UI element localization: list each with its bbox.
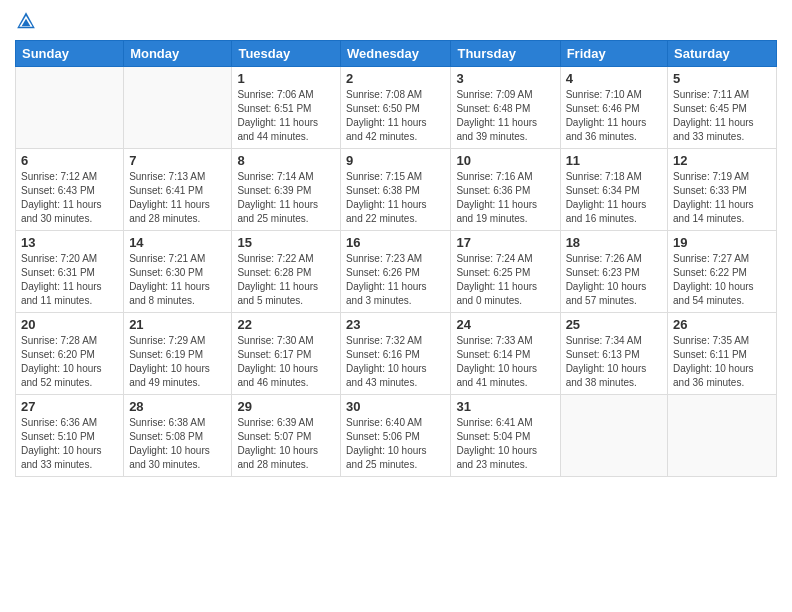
day-cell: 8Sunrise: 7:14 AMSunset: 6:39 PMDaylight… xyxy=(232,149,341,231)
day-number: 2 xyxy=(346,71,445,86)
day-number: 9 xyxy=(346,153,445,168)
day-number: 25 xyxy=(566,317,662,332)
day-info: Sunrise: 6:39 AMSunset: 5:07 PMDaylight:… xyxy=(237,416,335,472)
day-info: Sunrise: 7:11 AMSunset: 6:45 PMDaylight:… xyxy=(673,88,771,144)
day-info: Sunrise: 7:23 AMSunset: 6:26 PMDaylight:… xyxy=(346,252,445,308)
day-info: Sunrise: 7:06 AMSunset: 6:51 PMDaylight:… xyxy=(237,88,335,144)
weekday-header: Friday xyxy=(560,41,667,67)
day-cell: 20Sunrise: 7:28 AMSunset: 6:20 PMDayligh… xyxy=(16,313,124,395)
week-row: 27Sunrise: 6:36 AMSunset: 5:10 PMDayligh… xyxy=(16,395,777,477)
day-info: Sunrise: 7:27 AMSunset: 6:22 PMDaylight:… xyxy=(673,252,771,308)
day-number: 14 xyxy=(129,235,226,250)
day-info: Sunrise: 7:33 AMSunset: 6:14 PMDaylight:… xyxy=(456,334,554,390)
day-cell: 29Sunrise: 6:39 AMSunset: 5:07 PMDayligh… xyxy=(232,395,341,477)
day-number: 31 xyxy=(456,399,554,414)
weekday-header: Wednesday xyxy=(341,41,451,67)
day-cell: 25Sunrise: 7:34 AMSunset: 6:13 PMDayligh… xyxy=(560,313,667,395)
day-info: Sunrise: 6:38 AMSunset: 5:08 PMDaylight:… xyxy=(129,416,226,472)
day-cell: 16Sunrise: 7:23 AMSunset: 6:26 PMDayligh… xyxy=(341,231,451,313)
day-cell: 12Sunrise: 7:19 AMSunset: 6:33 PMDayligh… xyxy=(668,149,777,231)
day-info: Sunrise: 7:32 AMSunset: 6:16 PMDaylight:… xyxy=(346,334,445,390)
day-cell: 13Sunrise: 7:20 AMSunset: 6:31 PMDayligh… xyxy=(16,231,124,313)
day-cell: 10Sunrise: 7:16 AMSunset: 6:36 PMDayligh… xyxy=(451,149,560,231)
day-info: Sunrise: 7:08 AMSunset: 6:50 PMDaylight:… xyxy=(346,88,445,144)
day-info: Sunrise: 7:24 AMSunset: 6:25 PMDaylight:… xyxy=(456,252,554,308)
day-cell: 2Sunrise: 7:08 AMSunset: 6:50 PMDaylight… xyxy=(341,67,451,149)
day-number: 20 xyxy=(21,317,118,332)
day-info: Sunrise: 6:36 AMSunset: 5:10 PMDaylight:… xyxy=(21,416,118,472)
day-cell: 30Sunrise: 6:40 AMSunset: 5:06 PMDayligh… xyxy=(341,395,451,477)
page: SundayMondayTuesdayWednesdayThursdayFrid… xyxy=(0,0,792,487)
day-number: 24 xyxy=(456,317,554,332)
day-cell xyxy=(668,395,777,477)
day-cell: 7Sunrise: 7:13 AMSunset: 6:41 PMDaylight… xyxy=(124,149,232,231)
day-cell: 22Sunrise: 7:30 AMSunset: 6:17 PMDayligh… xyxy=(232,313,341,395)
day-cell: 15Sunrise: 7:22 AMSunset: 6:28 PMDayligh… xyxy=(232,231,341,313)
day-cell: 23Sunrise: 7:32 AMSunset: 6:16 PMDayligh… xyxy=(341,313,451,395)
week-row: 13Sunrise: 7:20 AMSunset: 6:31 PMDayligh… xyxy=(16,231,777,313)
day-number: 11 xyxy=(566,153,662,168)
day-number: 27 xyxy=(21,399,118,414)
day-cell: 3Sunrise: 7:09 AMSunset: 6:48 PMDaylight… xyxy=(451,67,560,149)
day-cell xyxy=(124,67,232,149)
day-number: 16 xyxy=(346,235,445,250)
day-number: 30 xyxy=(346,399,445,414)
day-info: Sunrise: 6:41 AMSunset: 5:04 PMDaylight:… xyxy=(456,416,554,472)
day-number: 28 xyxy=(129,399,226,414)
day-cell: 24Sunrise: 7:33 AMSunset: 6:14 PMDayligh… xyxy=(451,313,560,395)
day-info: Sunrise: 7:18 AMSunset: 6:34 PMDaylight:… xyxy=(566,170,662,226)
day-number: 23 xyxy=(346,317,445,332)
day-number: 10 xyxy=(456,153,554,168)
day-number: 22 xyxy=(237,317,335,332)
day-number: 17 xyxy=(456,235,554,250)
logo xyxy=(15,10,39,32)
day-info: Sunrise: 7:09 AMSunset: 6:48 PMDaylight:… xyxy=(456,88,554,144)
day-number: 12 xyxy=(673,153,771,168)
day-number: 7 xyxy=(129,153,226,168)
weekday-header: Monday xyxy=(124,41,232,67)
week-row: 6Sunrise: 7:12 AMSunset: 6:43 PMDaylight… xyxy=(16,149,777,231)
day-cell: 17Sunrise: 7:24 AMSunset: 6:25 PMDayligh… xyxy=(451,231,560,313)
day-number: 6 xyxy=(21,153,118,168)
day-info: Sunrise: 7:14 AMSunset: 6:39 PMDaylight:… xyxy=(237,170,335,226)
day-info: Sunrise: 7:28 AMSunset: 6:20 PMDaylight:… xyxy=(21,334,118,390)
day-number: 4 xyxy=(566,71,662,86)
day-number: 5 xyxy=(673,71,771,86)
day-info: Sunrise: 7:26 AMSunset: 6:23 PMDaylight:… xyxy=(566,252,662,308)
day-info: Sunrise: 7:22 AMSunset: 6:28 PMDaylight:… xyxy=(237,252,335,308)
day-cell: 11Sunrise: 7:18 AMSunset: 6:34 PMDayligh… xyxy=(560,149,667,231)
weekday-header: Sunday xyxy=(16,41,124,67)
header-row: SundayMondayTuesdayWednesdayThursdayFrid… xyxy=(16,41,777,67)
day-number: 29 xyxy=(237,399,335,414)
day-cell: 21Sunrise: 7:29 AMSunset: 6:19 PMDayligh… xyxy=(124,313,232,395)
day-info: Sunrise: 7:13 AMSunset: 6:41 PMDaylight:… xyxy=(129,170,226,226)
day-number: 3 xyxy=(456,71,554,86)
day-info: Sunrise: 7:20 AMSunset: 6:31 PMDaylight:… xyxy=(21,252,118,308)
weekday-header: Saturday xyxy=(668,41,777,67)
day-number: 19 xyxy=(673,235,771,250)
day-number: 26 xyxy=(673,317,771,332)
day-cell xyxy=(560,395,667,477)
day-info: Sunrise: 7:35 AMSunset: 6:11 PMDaylight:… xyxy=(673,334,771,390)
week-row: 1Sunrise: 7:06 AMSunset: 6:51 PMDaylight… xyxy=(16,67,777,149)
day-number: 13 xyxy=(21,235,118,250)
day-number: 21 xyxy=(129,317,226,332)
day-cell: 28Sunrise: 6:38 AMSunset: 5:08 PMDayligh… xyxy=(124,395,232,477)
day-number: 8 xyxy=(237,153,335,168)
day-info: Sunrise: 6:40 AMSunset: 5:06 PMDaylight:… xyxy=(346,416,445,472)
day-info: Sunrise: 7:21 AMSunset: 6:30 PMDaylight:… xyxy=(129,252,226,308)
day-cell: 4Sunrise: 7:10 AMSunset: 6:46 PMDaylight… xyxy=(560,67,667,149)
day-cell: 31Sunrise: 6:41 AMSunset: 5:04 PMDayligh… xyxy=(451,395,560,477)
day-cell xyxy=(16,67,124,149)
day-cell: 27Sunrise: 6:36 AMSunset: 5:10 PMDayligh… xyxy=(16,395,124,477)
header xyxy=(15,10,777,32)
logo-icon xyxy=(15,10,37,32)
day-info: Sunrise: 7:34 AMSunset: 6:13 PMDaylight:… xyxy=(566,334,662,390)
day-number: 15 xyxy=(237,235,335,250)
day-number: 1 xyxy=(237,71,335,86)
day-info: Sunrise: 7:19 AMSunset: 6:33 PMDaylight:… xyxy=(673,170,771,226)
day-cell: 9Sunrise: 7:15 AMSunset: 6:38 PMDaylight… xyxy=(341,149,451,231)
day-cell: 6Sunrise: 7:12 AMSunset: 6:43 PMDaylight… xyxy=(16,149,124,231)
day-cell: 14Sunrise: 7:21 AMSunset: 6:30 PMDayligh… xyxy=(124,231,232,313)
week-row: 20Sunrise: 7:28 AMSunset: 6:20 PMDayligh… xyxy=(16,313,777,395)
